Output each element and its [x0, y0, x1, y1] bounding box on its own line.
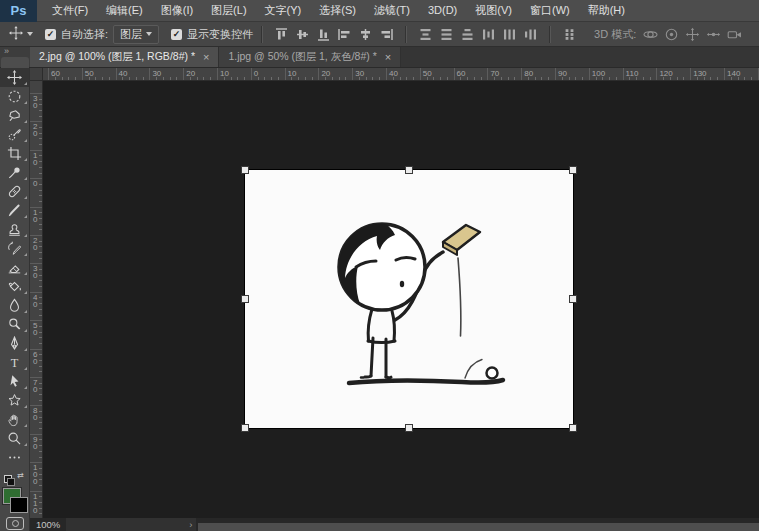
distribute-top-button[interactable]	[416, 25, 435, 43]
eyedropper-tool[interactable]	[0, 163, 29, 182]
distribute-left-button[interactable]	[479, 25, 498, 43]
separator	[549, 26, 551, 43]
distribute-bottom-button[interactable]	[458, 25, 477, 43]
tool-flyout-icon	[24, 215, 27, 218]
document-info-field[interactable]: ›	[66, 518, 196, 531]
document-tab-1[interactable]: 1.jpg @ 50% (图层 1, 灰色/8#) *×	[218, 47, 401, 67]
ruler-label: 1 1 0	[33, 493, 37, 514]
distribute-vertical-center-button[interactable]	[437, 25, 456, 43]
move-tool[interactable]	[0, 68, 29, 87]
3d-pan-button[interactable]	[683, 25, 702, 43]
marquee-tool[interactable]	[0, 87, 29, 106]
tool-flyout-icon	[24, 139, 27, 142]
path-selection-tool[interactable]	[0, 372, 29, 391]
ruler-label: 4 0	[33, 294, 37, 308]
type-tool[interactable]: T	[0, 353, 29, 372]
distribute-spacing-button[interactable]	[560, 25, 579, 43]
chevron-down-icon	[27, 32, 33, 36]
align-right-button[interactable]	[377, 25, 396, 43]
canvas-area[interactable]	[43, 81, 759, 518]
tab-close-icon[interactable]: ×	[385, 51, 391, 63]
transform-handle[interactable]	[569, 295, 577, 303]
menu-item-6[interactable]: 滤镜(T)	[365, 0, 419, 21]
transform-handle[interactable]	[405, 166, 413, 174]
tools-panel-header[interactable]: »	[0, 47, 30, 67]
menu-item-3[interactable]: 图层(L)	[202, 0, 255, 21]
zoom-tool[interactable]	[0, 429, 29, 448]
quick-selection-tool[interactable]	[0, 125, 29, 144]
crop-tool[interactable]	[0, 144, 29, 163]
transform-handle[interactable]	[241, 295, 249, 303]
transform-handle[interactable]	[569, 424, 577, 432]
3d-slide-button[interactable]	[704, 25, 723, 43]
options-bar: ✓ 自动选择: 图层 ✓ 显示变换控件 3D 模式:	[0, 22, 759, 47]
show-transform-checkbox[interactable]: ✓	[171, 29, 182, 40]
chevron-down-icon	[146, 32, 152, 36]
vertical-ruler[interactable]: 3 02 01 001 02 03 04 05 06 07 08 09 01 0…	[30, 81, 43, 518]
distribute-right-button[interactable]	[521, 25, 540, 43]
transform-handle[interactable]	[241, 424, 249, 432]
menu-item-9[interactable]: 窗口(W)	[521, 0, 579, 21]
edit-toolbar-button[interactable]	[0, 448, 29, 467]
status-flyout-chevron-icon[interactable]: ›	[189, 519, 192, 530]
menu-item-7[interactable]: 3D(D)	[419, 0, 466, 21]
ruler-label: 1 0	[33, 152, 37, 166]
photoshop-window: Ps 文件(F)编辑(E)图像(I)图层(L)文字(Y)选择(S)滤镜(T)3D…	[0, 0, 759, 531]
brush-tool[interactable]	[0, 201, 29, 220]
tab-close-icon[interactable]: ×	[203, 51, 209, 63]
menu-item-4[interactable]: 文字(Y)	[256, 0, 311, 21]
horizontal-scrollbar[interactable]	[198, 523, 759, 531]
auto-select-dropdown[interactable]: 图层	[113, 25, 159, 44]
collapse-panel-icon[interactable]: »	[4, 46, 9, 56]
tool-flyout-icon	[24, 177, 27, 180]
3d-orbit-button[interactable]	[641, 25, 660, 43]
blur-tool[interactable]	[0, 296, 29, 315]
custom-shape-tool[interactable]	[0, 391, 29, 410]
tool-flyout-icon	[24, 424, 27, 427]
tool-flyout-icon	[24, 405, 27, 408]
document-tab-0[interactable]: 2.jpg @ 100% (图层 1, RGB/8#) *×	[30, 47, 218, 67]
ruler-label: 3 0	[33, 265, 37, 279]
quick-mask-mode-button[interactable]	[6, 517, 24, 530]
separator	[405, 26, 407, 43]
paint-bucket-tool[interactable]	[0, 277, 29, 296]
3d-roll-button[interactable]	[662, 25, 681, 43]
svg-text:T: T	[11, 356, 19, 370]
zoom-level-field[interactable]: 100%	[30, 519, 66, 530]
lasso-tool[interactable]	[0, 106, 29, 125]
menu-item-1[interactable]: 编辑(E)	[97, 0, 152, 21]
horizontal-ruler[interactable]: 6050403020100102030405060708090100110120…	[43, 68, 759, 81]
ruler-label: 0	[33, 180, 37, 187]
transform-handle[interactable]	[405, 424, 413, 432]
3d-mode-label: 3D 模式:	[594, 27, 636, 42]
dodge-tool[interactable]	[0, 315, 29, 334]
default-colors-button[interactable]: ⇄	[4, 472, 24, 485]
menu-item-2[interactable]: 图像(I)	[152, 0, 202, 21]
distribute-horizontal-center-button[interactable]	[500, 25, 519, 43]
healing-brush-tool[interactable]	[0, 182, 29, 201]
eraser-tool[interactable]	[0, 258, 29, 277]
align-horizontal-center-button[interactable]	[356, 25, 375, 43]
background-color-swatch[interactable]	[10, 497, 28, 513]
menu-item-10[interactable]: 帮助(H)	[579, 0, 634, 21]
clone-stamp-tool[interactable]	[0, 220, 29, 239]
tool-flyout-icon	[24, 253, 27, 256]
menu-item-0[interactable]: 文件(F)	[43, 0, 97, 21]
menu-item-5[interactable]: 选择(S)	[310, 0, 365, 21]
align-left-button[interactable]	[335, 25, 354, 43]
align-bottom-button[interactable]	[314, 25, 333, 43]
pen-tool[interactable]	[0, 334, 29, 353]
tools-panel: T ⇄	[0, 68, 30, 531]
menu-item-8[interactable]: 视图(V)	[466, 0, 521, 21]
history-brush-tool[interactable]	[0, 239, 29, 258]
auto-select-checkbox[interactable]: ✓	[45, 29, 56, 40]
transform-handle[interactable]	[569, 166, 577, 174]
document-canvas[interactable]	[245, 170, 573, 428]
hand-tool[interactable]	[0, 410, 29, 429]
current-tool-button[interactable]	[9, 26, 33, 42]
align-vertical-center-button[interactable]	[293, 25, 312, 43]
align-top-button[interactable]	[272, 25, 291, 43]
transform-handle[interactable]	[241, 166, 249, 174]
swap-colors-icon[interactable]: ⇄	[17, 472, 24, 480]
3d-zoom-camera-button[interactable]	[725, 25, 744, 43]
